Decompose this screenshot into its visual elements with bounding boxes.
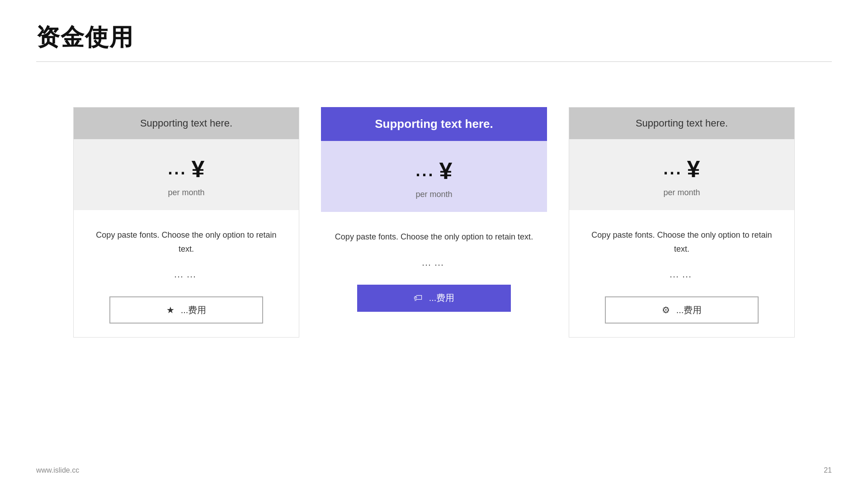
card-middle-price-row: ... ¥ — [416, 157, 453, 184]
card-right-per-month: per month — [663, 188, 700, 197]
footer-page-number: 21 — [824, 466, 832, 474]
card-right-button[interactable]: ⚙ ...费用 — [605, 296, 759, 324]
card-left-description: Copy paste fonts. Choose the only option… — [87, 228, 285, 256]
card-left-button-label: ...费用 — [181, 304, 207, 316]
card-left-body: Copy paste fonts. Choose the only option… — [74, 210, 299, 337]
card-right-button-icon: ⚙ — [662, 305, 670, 315]
card-right-extra-dots: …… — [669, 268, 694, 280]
card-left-price-symbol: ¥ — [192, 155, 205, 183]
card-left-per-month: per month — [168, 188, 204, 197]
card-middle-price-area: ... ¥ per month — [321, 141, 547, 212]
card-right-price-area: ... ¥ per month — [569, 139, 794, 210]
card-right-price-symbol: ¥ — [687, 155, 700, 183]
card-right-body: Copy paste fonts. Choose the only option… — [569, 210, 794, 337]
cards-container: Supporting text here. ... ¥ per month Co… — [0, 71, 868, 338]
card-left-price-row: ... ¥ — [168, 155, 205, 183]
card-middle-price-dots: ... — [416, 161, 435, 180]
card-right-button-label: ...费用 — [676, 304, 702, 316]
card-left-button-icon: ★ — [166, 305, 175, 315]
card-middle-per-month: per month — [415, 190, 452, 199]
card-left-price-dots: ... — [168, 160, 187, 178]
card-right-description: Copy paste fonts. Choose the only option… — [583, 228, 781, 256]
card-middle-header: Supporting text here. — [321, 107, 547, 141]
card-left-price-area: ... ¥ per month — [74, 139, 299, 210]
card-right-price-dots: ... — [664, 160, 683, 178]
card-middle-price-symbol: ¥ — [439, 157, 453, 184]
pricing-card-right: Supporting text here. ... ¥ per month Co… — [569, 107, 795, 338]
footer-url: www.islide.cc — [36, 466, 79, 474]
pricing-card-middle: Supporting text here. ... ¥ per month Co… — [321, 107, 547, 325]
card-middle-description: Copy paste fonts. Choose the only option… — [335, 230, 533, 244]
page-title: 资金使用 — [36, 22, 832, 53]
card-middle-body: Copy paste fonts. Choose the only option… — [321, 212, 547, 325]
card-right-header: Supporting text here. — [569, 108, 794, 139]
pricing-card-left: Supporting text here. ... ¥ per month Co… — [73, 107, 299, 338]
card-right-price-row: ... ¥ — [664, 155, 700, 183]
card-left-button[interactable]: ★ ...费用 — [109, 296, 263, 324]
card-middle-button-label: ...费用 — [429, 292, 455, 304]
footer: www.islide.cc 21 — [36, 466, 832, 474]
card-middle-button-icon: 🏷 — [414, 293, 423, 303]
card-left-extra-dots: …… — [174, 268, 199, 280]
header-divider — [36, 61, 832, 62]
card-left-header: Supporting text here. — [74, 108, 299, 139]
card-middle-extra-dots: …… — [421, 257, 447, 268]
card-middle-button[interactable]: 🏷 ...费用 — [357, 285, 511, 312]
